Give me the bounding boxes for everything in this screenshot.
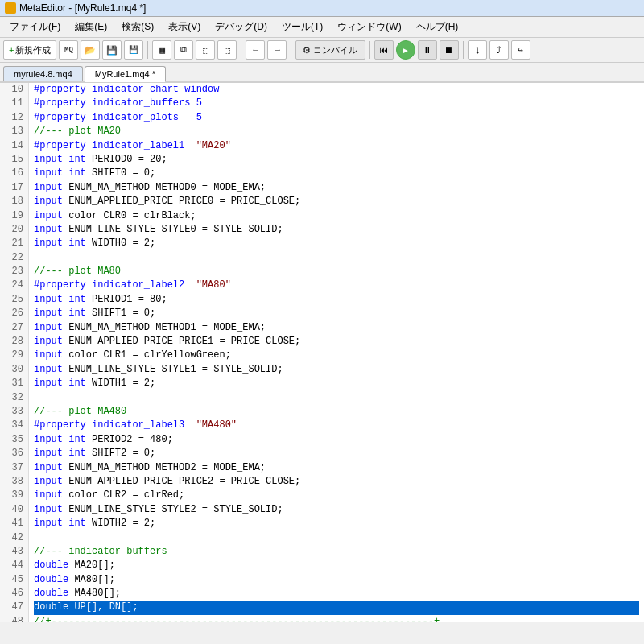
code-line: input ENUM_LINE_STYLE STYLE2 = STYLE_SOL…	[34, 503, 639, 517]
menu-file[interactable]: ファイル(F)	[3, 19, 67, 35]
step-in[interactable]: ⤵	[468, 40, 487, 60]
code-line: double MA480[];	[34, 587, 639, 601]
step-out[interactable]: ⤴	[489, 40, 509, 60]
sep2	[241, 41, 242, 59]
menu-window[interactable]: ウィンドウ(W)	[331, 19, 407, 35]
line-number: 17	[5, 181, 23, 195]
code-line: input ENUM_APPLIED_PRICE PRICE1 = PRICE_…	[34, 335, 639, 349]
code-line: //--- indicator buffers	[34, 545, 639, 559]
title-bar: MetaEditor - [MyRule1.mq4 *]	[0, 0, 644, 17]
line-number: 36	[5, 447, 23, 460]
code-line	[34, 531, 639, 545]
play-button[interactable]: ▶	[396, 40, 415, 60]
line-number: 11	[5, 97, 23, 110]
indent-btn2[interactable]: ⬚	[217, 40, 237, 60]
line-number: 47	[5, 601, 23, 614]
back-btn2[interactable]: ⏮	[374, 40, 394, 60]
sep3	[291, 41, 291, 59]
code-line: //--- plot MA480	[34, 405, 639, 419]
code-line: input ENUM_LINE_STYLE STYLE1 = STYLE_SOL…	[34, 363, 639, 377]
code-line: double MA20[];	[34, 559, 639, 572]
open-button[interactable]: 📂	[80, 40, 100, 60]
code-line	[34, 251, 639, 265]
line-number: 39	[5, 489, 23, 502]
line-number: 37	[5, 461, 23, 475]
menu-help[interactable]: ヘルプ(H)	[410, 19, 465, 35]
new-button[interactable]: +新規作成	[3, 40, 56, 60]
line-number: 48	[5, 615, 23, 622]
line-number: 14	[5, 139, 23, 153]
line-number: 29	[5, 349, 23, 362]
line-number: 32	[5, 391, 23, 405]
code-line: input ENUM_MA_METHOD METHOD1 = MODE_EMA;	[34, 321, 639, 335]
code-content[interactable]: #property indicator_chart_window #proper…	[29, 83, 644, 622]
line-number: 34	[5, 419, 23, 432]
menu-debug[interactable]: デバッグ(D)	[208, 19, 274, 35]
line-number: 12	[5, 111, 23, 125]
menu-edit[interactable]: 編集(E)	[68, 19, 114, 35]
line-number: 35	[5, 433, 23, 447]
code-line: input color CLR0 = clrBlack;	[34, 209, 639, 223]
line-number: 44	[5, 559, 23, 572]
pause-button[interactable]: ⏸	[418, 40, 437, 60]
line-number: 24	[5, 279, 23, 292]
line-number: 18	[5, 195, 23, 208]
line-number: 43	[5, 545, 23, 559]
code-line: input int PERIOD0 = 20;	[34, 153, 639, 167]
save-button[interactable]: 💾	[102, 40, 122, 60]
line-number: 31	[5, 377, 23, 390]
code-line: #property indicator_label2 "MA80"	[34, 279, 639, 292]
line-number: 26	[5, 307, 23, 320]
menu-view[interactable]: 表示(V)	[162, 19, 207, 35]
editor[interactable]: 1011121314151617181920212223242526272829…	[0, 83, 644, 622]
line-number: 10	[5, 83, 23, 97]
line-number: 45	[5, 573, 23, 587]
code-line: input int SHIFT0 = 0;	[34, 167, 639, 180]
window-title: MetaEditor - [MyRule1.mq4 *]	[19, 2, 146, 14]
tab-bar: myrule4.8.mq4 MyRule1.mq4 *	[0, 63, 644, 83]
line-number: 21	[5, 237, 23, 250]
menu-search[interactable]: 検索(S)	[115, 19, 160, 35]
code-line: #property indicator_label1 "MA20"	[34, 139, 639, 153]
code-line: //--- plot MA80	[34, 265, 639, 279]
line-number: 22	[5, 251, 23, 265]
stop-button[interactable]: ⏹	[440, 40, 459, 60]
code-line: input int WIDTH0 = 2;	[34, 237, 639, 250]
line-number: 19	[5, 209, 23, 223]
line-number: 30	[5, 363, 23, 377]
cascade-button[interactable]: ⧉	[174, 40, 193, 60]
line-number: 15	[5, 153, 23, 167]
line-number: 38	[5, 475, 23, 489]
toolbar: +新規作成 MQ 📂 💾 💾 ▦ ⧉ ⬚ ⬚ ← → ⚙ コンパイル ⏮ ▶ ⏸…	[0, 38, 644, 63]
code-line: input ENUM_LINE_STYLE STYLE0 = STYLE_SOL…	[34, 223, 639, 237]
save-all-button[interactable]: 💾	[124, 40, 143, 60]
code-line: #property indicator_chart_window	[34, 83, 639, 97]
forward-button[interactable]: →	[267, 40, 287, 60]
code-line: input ENUM_MA_METHOD METHOD2 = MODE_EMA;	[34, 461, 639, 475]
indent-button[interactable]: ⬚	[196, 40, 215, 60]
code-line: input color CLR2 = clrRed;	[34, 489, 639, 502]
line-number: 42	[5, 531, 23, 545]
code-line: input ENUM_APPLIED_PRICE PRICE0 = PRICE_…	[34, 195, 639, 208]
menu-bar: ファイル(F) 編集(E) 検索(S) 表示(V) デバッグ(D) ツール(T)…	[0, 17, 644, 38]
back-button[interactable]: ←	[246, 40, 265, 60]
code-line: input int PERIOD2 = 480;	[34, 433, 639, 447]
compile-button[interactable]: ⚙ コンパイル	[295, 40, 365, 60]
line-number: 27	[5, 321, 23, 335]
tab-myrule1[interactable]: MyRule1.mq4 *	[85, 66, 166, 82]
step-over[interactable]: ↪	[511, 40, 530, 60]
code-line: input ENUM_APPLIED_PRICE PRICE2 = PRICE_…	[34, 475, 639, 489]
code-line: input ENUM_MA_METHOD METHOD0 = MODE_EMA;	[34, 181, 639, 195]
code-line: double UP[], DN[];	[34, 601, 639, 614]
sep5	[463, 41, 464, 59]
menu-tools[interactable]: ツール(T)	[275, 19, 329, 35]
app-icon	[5, 2, 16, 14]
toolbar-icon-mq4[interactable]: MQ	[59, 40, 78, 60]
tile-button[interactable]: ▦	[152, 40, 171, 60]
code-line: #property indicator_plots 5	[34, 111, 639, 125]
line-number: 13	[5, 125, 23, 138]
code-line: input int WIDTH1 = 2;	[34, 377, 639, 390]
line-number: 20	[5, 223, 23, 237]
tab-myrule48[interactable]: myrule4.8.mq4	[3, 66, 83, 81]
line-number: 23	[5, 265, 23, 279]
